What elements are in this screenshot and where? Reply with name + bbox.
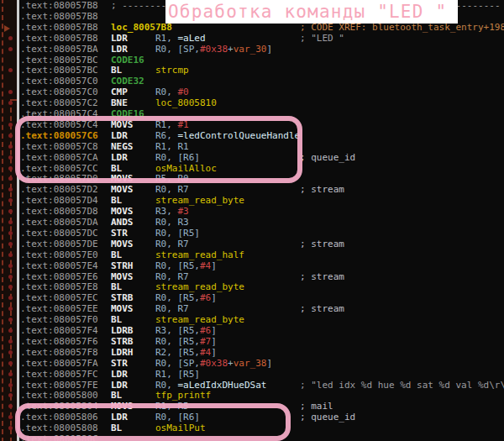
- mnemonic[interactable]: BL: [111, 281, 155, 292]
- asm-line[interactable]: .text:080057BCBL strcmp: [20, 65, 504, 76]
- operand-func[interactable]: stream_read_byte: [155, 281, 244, 292]
- asm-line[interactable]: .text:080057F0BL stream_read_byte: [20, 314, 504, 325]
- address[interactable]: .text:080057B8: [20, 0, 111, 11]
- line-marker-dot: [8, 404, 13, 408]
- asm-line[interactable]: .text:080057EEMOVS R0, R7; stream: [20, 303, 504, 314]
- mnemonic[interactable]: BNE: [111, 97, 155, 108]
- mnemonic[interactable]: BL: [111, 314, 155, 325]
- operand-func[interactable]: loc_8005810: [155, 97, 217, 108]
- asm-line[interactable]: .text:08005800BL tfp_printf: [20, 390, 504, 401]
- operand-name[interactable]: =aLed: [177, 33, 205, 44]
- asm-line[interactable]: .text:080057E8BL stream_read_byte: [20, 281, 504, 292]
- mnemonic[interactable]: LDR: [111, 369, 155, 380]
- address[interactable]: .text:080057F6: [20, 336, 111, 347]
- asm-line[interactable]: .text:080057D8MOVS R3, #3: [20, 206, 504, 217]
- asm-line[interactable]: .text:080057E0BL stream_read_half: [20, 249, 504, 260]
- mnemonic[interactable]: BL: [111, 195, 155, 206]
- asm-line[interactable]: .text:080057DCSTR R0, [R5]: [20, 228, 504, 239]
- mnemonic[interactable]: LDR: [111, 380, 155, 391]
- asm-line[interactable]: .text:080057E4STRH R0, [R5,#4]: [20, 260, 504, 271]
- mnemonic[interactable]: MOVS: [111, 184, 155, 195]
- asm-line[interactable]: .text:080057BALDR R0, [SP,#0x38+var_30]: [20, 44, 504, 55]
- asm-line[interactable]: .text:080057F6STRB R0, [R5,#7]: [20, 336, 504, 347]
- mnemonic[interactable]: CMP: [111, 87, 155, 97]
- mnemonic[interactable]: MOVS: [111, 303, 155, 314]
- mnemonic[interactable]: STR: [111, 228, 155, 239]
- mnemonic[interactable]: ANDS: [111, 217, 155, 228]
- mnemonic[interactable]: BL: [111, 249, 155, 260]
- asm-line[interactable]: .text:080057C0CODE32: [20, 76, 504, 87]
- line-marker-dot: [8, 361, 13, 365]
- mnemonic[interactable]: BL: [111, 390, 155, 401]
- asm-line[interactable]: .text:080057B8LDR R1, =aLed; "LED ": [20, 33, 504, 44]
- address[interactable]: .text:080057C2: [20, 97, 111, 108]
- address[interactable]: .text:080057E8: [20, 281, 111, 292]
- address[interactable]: .text:080057D4: [20, 195, 111, 206]
- asm-line[interactable]: .text:080057FASTR R0, [SP,#0x38+var_38]: [20, 358, 504, 369]
- address[interactable]: .text:080057FA: [20, 358, 111, 369]
- asm-line[interactable]: .text:080057BCCODE16: [20, 55, 504, 66]
- mnemonic[interactable]: STRB: [111, 292, 155, 303]
- mnemonic[interactable]: LDR: [111, 33, 155, 44]
- address[interactable]: .text:080057DE: [20, 239, 111, 249]
- code-label[interactable]: loc_80057B8: [111, 22, 172, 33]
- mnemonic[interactable]: LDRB: [111, 325, 155, 336]
- operand-func[interactable]: tfp_printf: [155, 390, 211, 401]
- address[interactable]: .text:080057FC: [20, 369, 111, 380]
- address[interactable]: .text:08005800: [20, 390, 111, 401]
- operand-reg: ]: [211, 336, 217, 347]
- address[interactable]: .text:080057BA: [20, 44, 111, 55]
- asm-line[interactable]: .text:080057D2MOVS R0, R7; stream: [20, 184, 504, 195]
- line-marker-dot: [8, 47, 13, 51]
- operand-func[interactable]: stream_read_half: [155, 249, 244, 260]
- asm-line[interactable]: .text:080057FCLDR R1, [R5]: [20, 369, 504, 380]
- mnemonic[interactable]: LDR: [111, 44, 155, 55]
- asm-line[interactable]: .text:080057ECSTRB R0, [R5,#6]: [20, 292, 504, 303]
- operand-func[interactable]: stream_read_byte: [155, 314, 244, 325]
- operand-func[interactable]: stream_read_byte: [155, 195, 244, 206]
- address[interactable]: .text:080057BC: [20, 55, 111, 66]
- mnemonic[interactable]: STR: [111, 358, 155, 369]
- asm-line[interactable]: .text:080057D4BL stream_read_byte: [20, 195, 504, 206]
- mnemonic[interactable]: LDRH: [111, 347, 155, 358]
- asm-line[interactable]: .text:080057F4LDRB R3, [R5,#6]: [20, 325, 504, 336]
- address[interactable]: .text:080057F4: [20, 325, 111, 336]
- disassembly-listing[interactable]: .text:080057B8; ------------------------…: [0, 0, 504, 441]
- line-marker-dot: [8, 383, 13, 387]
- address[interactable]: .text:080057F0: [20, 314, 111, 325]
- address[interactable]: .text:080057EE: [20, 303, 111, 314]
- address[interactable]: .text:080057C0: [20, 76, 111, 87]
- operand-func[interactable]: strcmp: [155, 65, 189, 76]
- address[interactable]: .text:080057E4: [20, 260, 111, 271]
- mnemonic[interactable]: MOVS: [111, 271, 155, 282]
- address[interactable]: .text:080057DC: [20, 228, 111, 239]
- address[interactable]: .text:080057B8: [20, 33, 111, 44]
- address[interactable]: .text:080057C0: [20, 87, 111, 97]
- address[interactable]: .text:080057E0: [20, 249, 111, 260]
- comment: ; stream: [300, 239, 344, 249]
- address[interactable]: .text:080057B8: [20, 22, 111, 33]
- address[interactable]: .text:080057D8: [20, 206, 111, 217]
- mnemonic[interactable]: STRB: [111, 336, 155, 347]
- address[interactable]: .text:080057B8: [20, 11, 111, 22]
- asm-line[interactable]: .text:080057C2BNE loc_8005810: [20, 97, 504, 108]
- mnemonic[interactable]: MOVS: [111, 206, 155, 217]
- asm-line[interactable]: .text:080057DAANDS R0, R3: [20, 217, 504, 228]
- asm-line[interactable]: .text:080057E6MOVS R0, R7; stream: [20, 271, 504, 282]
- asm-line[interactable]: .text:080057F8LDRH R2, [R5,#4]: [20, 347, 504, 358]
- address[interactable]: .text:080057BC: [20, 65, 111, 76]
- address[interactable]: .text:080057DA: [20, 217, 111, 228]
- asm-line[interactable]: .text:080057C0CMP R0, #0: [20, 87, 504, 97]
- line-marker-dot: [8, 285, 13, 289]
- mnemonic[interactable]: STRH: [111, 260, 155, 271]
- asm-line[interactable]: .text:080057FELDR R0, =aLedIdxDHueDSat; …: [20, 380, 504, 391]
- mnemonic[interactable]: BL: [111, 65, 155, 76]
- asm-line[interactable]: .text:080057DEMOVS R0, R7; stream: [20, 239, 504, 249]
- address[interactable]: .text:080057EC: [20, 292, 111, 303]
- address[interactable]: .text:080057E6: [20, 271, 111, 282]
- mnemonic[interactable]: MOVS: [111, 239, 155, 249]
- operand-name[interactable]: =aLedIdxDHueDSat: [177, 380, 266, 391]
- address[interactable]: .text:080057F8: [20, 347, 111, 358]
- address[interactable]: .text:080057D2: [20, 184, 111, 195]
- address[interactable]: .text:080057FE: [20, 380, 111, 391]
